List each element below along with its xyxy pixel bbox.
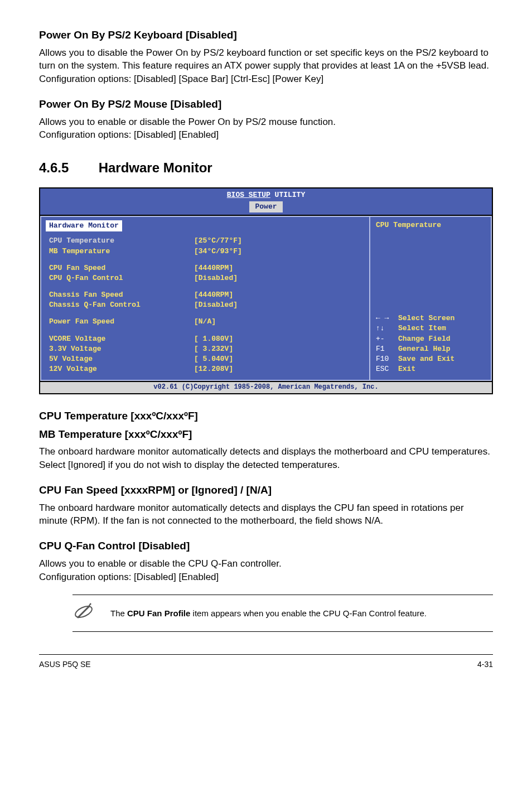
bios-row-value: [ 5.040V]	[194, 354, 233, 364]
para-cpu-fan-speed: The onboard hardware monitor automatical…	[39, 501, 493, 528]
bios-title: BIOS SETUP UTILITY	[40, 189, 492, 200]
bios-row-value: [4440RPM]	[194, 290, 233, 300]
text: Allows you to enable or disable the CPU …	[39, 558, 282, 569]
heading-cpu-temp: CPU Temperature [xxxºC/xxxºF]	[39, 409, 493, 424]
bios-title-rest: UTILITY	[270, 191, 305, 199]
text: Configuration options: [Disabled] [Enabl…	[39, 129, 219, 140]
bios-key-row: ← →Select Screen	[376, 313, 485, 323]
bios-key: ↑↓	[376, 323, 398, 334]
bios-key: ESC	[376, 364, 398, 374]
text: Allows you to disable the Power On by PS…	[39, 47, 489, 71]
para-cpu-qfan: Allows you to enable or disable the CPU …	[39, 557, 493, 584]
bios-key-desc: Save and Exit	[398, 354, 485, 364]
bios-key: ← →	[376, 313, 398, 323]
bios-row: CPU Temperature[25°C/77°F]	[49, 236, 361, 246]
bios-row: MB Temperature[34°C/93°F]	[49, 247, 361, 257]
bios-key: F10	[376, 354, 398, 364]
bios-panel-title: Hardware Monitor	[46, 220, 122, 231]
bios-row-label: Power Fan Speed	[49, 317, 194, 327]
bios-row: Chassis Q-Fan Control[Disabled]	[49, 300, 361, 310]
bios-row-label: 5V Voltage	[49, 354, 194, 364]
bios-row-label: CPU Temperature	[49, 236, 194, 246]
note-icon	[72, 601, 95, 626]
bios-row-value: [N/A]	[194, 317, 216, 327]
svg-line-1	[78, 606, 89, 617]
bios-row: Chassis Fan Speed[4440RPM]	[49, 290, 361, 300]
bios-key: F1	[376, 344, 398, 354]
bios-right-panel: CPU Temperature ← →Select Screen↑↓Select…	[369, 216, 492, 381]
bios-row-label: VCORE Voltage	[49, 334, 194, 344]
heading-power-on-keyboard: Power On By PS/2 Keyboard [Disabled]	[39, 28, 493, 43]
bios-screenshot: BIOS SETUP UTILITY Power Hardware Monito…	[39, 187, 493, 394]
bios-row-label: MB Temperature	[49, 247, 194, 257]
bios-row: 3.3V Voltage[ 3.232V]	[49, 344, 361, 354]
para-temp: The onboard hardware monitor automatical…	[39, 445, 493, 472]
footer-right: 4-31	[477, 659, 493, 670]
bios-row: Power Fan Speed[N/A]	[49, 317, 361, 327]
bios-row-value: [25°C/77°F]	[194, 236, 242, 246]
heading-power-on-mouse: Power On By PS/2 Mouse [Disabled]	[39, 97, 493, 112]
bios-row-value: [Disabled]	[194, 300, 238, 310]
section-heading-hardware-monitor: 4.6.5 Hardware Monitor	[39, 158, 493, 177]
page-footer: ASUS P5Q SE 4-31	[39, 654, 493, 670]
bios-row-value: [34°C/93°F]	[194, 247, 242, 257]
bios-row-label: Chassis Q-Fan Control	[49, 300, 194, 310]
bios-left-panel: Hardware Monitor CPU Temperature[25°C/77…	[40, 216, 369, 381]
bios-row-value: [ 1.080V]	[194, 334, 233, 344]
bios-tabbar: Power	[40, 200, 492, 215]
bios-row: VCORE Voltage[ 1.080V]	[49, 334, 361, 344]
bios-body: Hardware Monitor CPU Temperature[25°C/77…	[40, 215, 492, 382]
text: The	[110, 608, 127, 618]
heading-mb-temp: MB Temperature [xxxºC/xxxºF]	[39, 427, 493, 442]
section-number: 4.6.5	[39, 158, 95, 177]
bios-row-label: CPU Fan Speed	[49, 263, 194, 273]
section-title: Hardware Monitor	[99, 160, 212, 175]
bios-key-desc: General Help	[398, 344, 485, 354]
bios-row-label: Chassis Fan Speed	[49, 290, 194, 300]
bios-row: 5V Voltage[ 5.040V]	[49, 354, 361, 364]
footer-left: ASUS P5Q SE	[39, 659, 91, 670]
bios-row-value: [Disabled]	[194, 273, 238, 283]
bios-row: CPU Fan Speed[4440RPM]	[49, 263, 361, 273]
bios-row-value: [ 3.232V]	[194, 344, 233, 354]
bios-row: 12V Voltage[12.208V]	[49, 364, 361, 374]
bios-key: +-	[376, 334, 398, 344]
text: Configuration options: [Disabled] [Enabl…	[39, 572, 219, 582]
bios-help-text: CPU Temperature	[376, 220, 485, 230]
bios-key-desc: Select Item	[398, 323, 485, 334]
bios-key-legend: ← →Select Screen↑↓Select Item+-Change Fi…	[376, 313, 485, 374]
bios-key-row: ESCExit	[376, 364, 485, 374]
bios-key-row: F10Save and Exit	[376, 354, 485, 364]
bios-title-underlined: BIOS SETUP	[227, 191, 270, 199]
bios-tab-power: Power	[249, 201, 282, 212]
bios-row-label: CPU Q-Fan Control	[49, 273, 194, 283]
bios-key-row: +-Change Field	[376, 334, 485, 344]
bios-row-label: 3.3V Voltage	[49, 344, 194, 354]
note-text: The CPU Fan Profile item appears when yo…	[110, 607, 427, 619]
bios-key-desc: Change Field	[398, 334, 485, 344]
bios-key-desc: Select Screen	[398, 313, 485, 323]
para-mouse: Allows you to enable or disable the Powe…	[39, 115, 493, 142]
bios-key-row: ↑↓Select Item	[376, 323, 485, 334]
bios-footer: v02.61 (C)Copyright 1985-2008, American …	[40, 382, 492, 393]
text: Configuration options: [Disabled] [Space…	[39, 74, 323, 84]
note-bold: CPU Fan Profile	[127, 608, 190, 618]
bios-key-desc: Exit	[398, 364, 485, 374]
text: item appears when you enable the CPU Q-F…	[190, 608, 427, 618]
note-box: The CPU Fan Profile item appears when yo…	[72, 595, 493, 632]
bios-row-label: 12V Voltage	[49, 364, 194, 374]
heading-cpu-fan-speed: CPU Fan Speed [xxxxRPM] or [Ignored] / […	[39, 483, 493, 498]
bios-row-value: [12.208V]	[194, 364, 233, 374]
bios-row-value: [4440RPM]	[194, 263, 233, 273]
heading-cpu-qfan: CPU Q-Fan Control [Disabled]	[39, 539, 493, 554]
bios-key-row: F1General Help	[376, 344, 485, 354]
text: Allows you to enable or disable the Powe…	[39, 117, 336, 127]
bios-row: CPU Q-Fan Control[Disabled]	[49, 273, 361, 283]
para-keyboard: Allows you to disable the Power On by PS…	[39, 46, 493, 86]
